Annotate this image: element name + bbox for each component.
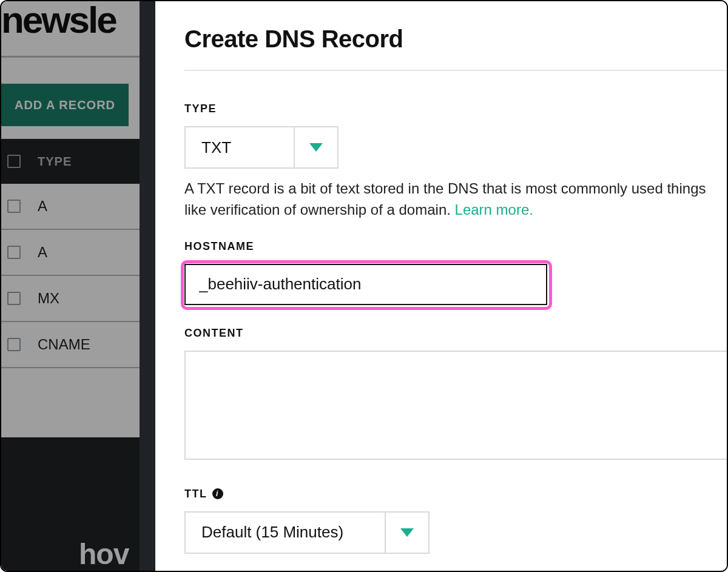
ttl-select-value: Default (15 Minutes): [184, 511, 385, 554]
table-row[interactable]: MX: [1, 276, 147, 322]
panel-title: Create DNS Record: [184, 25, 727, 53]
panel-left-edge: [140, 1, 155, 571]
row-checkbox[interactable]: [7, 200, 21, 213]
divider: [184, 70, 727, 71]
row-checkbox[interactable]: [7, 338, 21, 351]
ttl-select[interactable]: Default (15 Minutes): [184, 511, 727, 554]
ttl-select-toggle[interactable]: [385, 511, 430, 554]
chevron-down-icon: [400, 528, 414, 537]
learn-more-link[interactable]: Learn more.: [455, 201, 533, 218]
hostname-input[interactable]: [184, 264, 547, 305]
divider: [1, 56, 147, 58]
ttl-label: TTL i: [184, 488, 727, 500]
type-help-text: A TXT record is a bit of text stored in …: [184, 178, 727, 221]
type-label: TYPE: [184, 103, 727, 115]
create-dns-record-panel: Create DNS Record TYPE TXT A TXT record …: [155, 1, 727, 571]
row-type: MX: [38, 290, 59, 307]
type-select[interactable]: TXT: [184, 126, 727, 169]
table-header-row: TYPE: [1, 139, 147, 184]
type-select-value: TXT: [184, 126, 294, 169]
info-icon[interactable]: i: [212, 488, 223, 499]
table-row[interactable]: CNAME: [1, 322, 147, 368]
add-record-button[interactable]: ADD A RECORD: [1, 84, 129, 126]
row-type: CNAME: [38, 336, 90, 353]
row-checkbox[interactable]: [7, 246, 21, 259]
hostname-label: HOSTNAME: [184, 240, 727, 253]
row-checkbox[interactable]: [7, 292, 21, 305]
content-textarea[interactable]: [184, 351, 727, 460]
table-row[interactable]: A: [1, 184, 147, 230]
dns-records-table: TYPE A A MX CNAME: [1, 139, 147, 368]
brand-fragment: newsle: [1, 0, 147, 41]
content-label: CONTENT: [184, 327, 727, 340]
footer-brand-fragment: hov: [79, 537, 129, 571]
chevron-down-icon: [309, 143, 323, 152]
row-type: A: [38, 198, 47, 215]
column-header-type: TYPE: [38, 155, 72, 169]
type-select-toggle[interactable]: [294, 126, 339, 169]
table-row[interactable]: A: [1, 230, 147, 276]
row-type: A: [38, 244, 47, 261]
select-all-checkbox[interactable]: [7, 155, 21, 168]
